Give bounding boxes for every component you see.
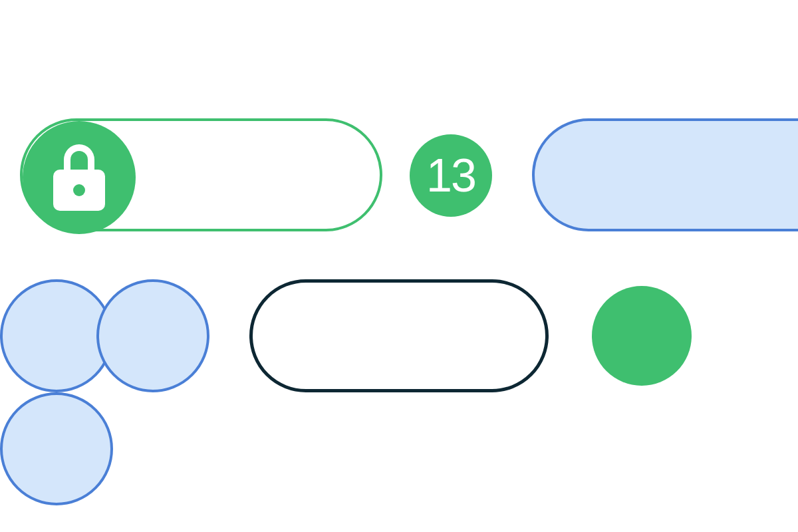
blue-half-pill-right <box>0 392 113 505</box>
lock-pill <box>20 118 382 231</box>
top-row: 13 <box>0 118 798 231</box>
green-circle <box>592 286 692 386</box>
dark-outline-pill <box>249 279 549 392</box>
badge-number: 13 <box>426 149 475 202</box>
number-badge: 13 <box>410 134 492 217</box>
blue-pill <box>532 118 798 231</box>
lock-circle <box>23 121 136 234</box>
lock-icon <box>53 144 105 211</box>
bottom-row <box>0 279 798 392</box>
blue-circle <box>96 279 209 392</box>
